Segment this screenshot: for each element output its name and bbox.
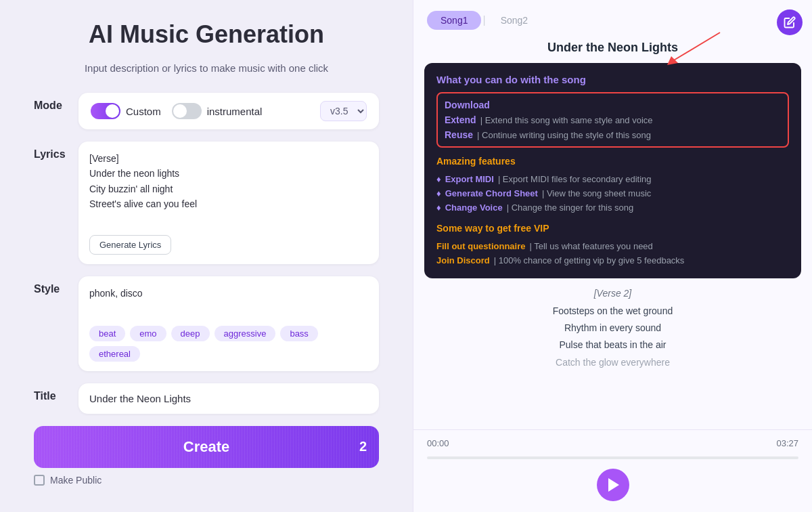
- export-midi-link[interactable]: Export MIDI: [445, 174, 494, 184]
- chord-sheet-link[interactable]: Generate Chord Sheet: [445, 188, 538, 198]
- mode-field-row: Mode Custom instrumental v3.5 v3.: [34, 93, 379, 129]
- verse-label: [Verse 2]: [427, 288, 798, 299]
- lyrics-display: [Verse 2] Footsteps on the wet ground Rh…: [413, 278, 812, 429]
- tag-emo[interactable]: emo: [130, 326, 166, 341]
- lyrics-line-2: Rhythm in every sound: [427, 320, 798, 337]
- instrumental-toggle-group: instrumental: [172, 103, 263, 119]
- extend-link[interactable]: Extend: [445, 114, 476, 125]
- questionnaire-link[interactable]: Fill out questionnaire: [436, 241, 525, 251]
- gem-icon-chord: ♦: [436, 188, 441, 198]
- time-current: 00:00: [427, 438, 449, 448]
- tag-deep[interactable]: deep: [171, 326, 210, 341]
- make-public-label: Make Public: [50, 475, 102, 486]
- app-subtitle: Input description or lyrics to make musi…: [34, 62, 379, 74]
- create-count-badge: 2: [359, 439, 367, 454]
- time-row: 00:00 03:27: [427, 438, 798, 448]
- tag-aggressive[interactable]: aggressive: [215, 326, 276, 341]
- tag-ethereal[interactable]: ethereal: [89, 346, 140, 362]
- mode-label: Mode: [34, 93, 68, 112]
- tag-bass[interactable]: bass: [280, 326, 317, 341]
- discord-link[interactable]: Join Discord: [436, 255, 490, 265]
- tab-song2[interactable]: Song2: [487, 11, 541, 30]
- title-input[interactable]: [78, 383, 379, 414]
- time-total: 03:27: [776, 438, 798, 448]
- title-field-row: Title: [34, 383, 379, 414]
- generate-lyrics-button[interactable]: Generate Lyrics: [89, 235, 171, 255]
- custom-toggle[interactable]: [91, 103, 120, 119]
- lyrics-box: [Verse] Under the neon lights City buzzi…: [78, 142, 379, 264]
- mode-container: Custom instrumental v3.5 v3.0: [78, 93, 379, 129]
- edit-icon-button[interactable]: [777, 9, 803, 35]
- reuse-link[interactable]: Reuse: [445, 129, 473, 140]
- action-extend: Extend | Extend this song with same styl…: [445, 112, 781, 127]
- questionnaire-desc: | Tell us what features you need: [529, 241, 652, 251]
- vip-section-title: Some way to get free VIP: [436, 223, 789, 234]
- download-link[interactable]: Download: [445, 100, 490, 110]
- action-reuse: Reuse | Continue writing using the style…: [445, 127, 781, 142]
- style-textarea[interactable]: phonk, disco: [89, 286, 368, 316]
- player-controls: [427, 469, 798, 501]
- tab-divider: |: [482, 14, 485, 26]
- change-voice-link[interactable]: Change Voice: [445, 202, 503, 213]
- change-voice-desc: | Change the singer for this song: [507, 202, 634, 213]
- lyrics-content: [Verse] Under the neon lights City buzzi…: [78, 142, 379, 264]
- feature-voice: ♦ Change Voice | Change the singer for t…: [436, 200, 789, 215]
- instrumental-toggle-knob: [173, 104, 187, 118]
- dropdown-overlay: What you can do with the song Download E…: [424, 63, 801, 278]
- lyrics-line-3: Pulse that beats in the air: [427, 337, 798, 354]
- style-field-row: Style phonk, disco beat emo deep aggress…: [34, 276, 379, 371]
- create-row: Create 2 Make Public: [34, 426, 379, 486]
- left-panel: AI Music Generation Input description or…: [0, 0, 413, 512]
- amazing-features-title: Amazing features: [436, 156, 789, 167]
- instrumental-toggle[interactable]: [172, 103, 202, 119]
- style-tags: beat emo deep aggressive bass ethereal: [89, 326, 368, 362]
- extend-desc: | Extend this song with same style and v…: [480, 115, 653, 125]
- style-label: Style: [34, 276, 68, 295]
- mode-content: Custom instrumental v3.5 v3.0: [78, 93, 379, 129]
- style-content: phonk, disco beat emo deep aggressive ba…: [78, 276, 379, 371]
- vip-discord: Join Discord | 100% chance of getting vi…: [436, 253, 789, 268]
- app-title: AI Music Generation: [34, 20, 379, 49]
- tab-bar: Song1 | Song2: [413, 0, 812, 37]
- tag-beat[interactable]: beat: [89, 326, 125, 341]
- custom-label: Custom: [126, 106, 161, 117]
- action-download: Download: [445, 98, 781, 112]
- progress-track[interactable]: [427, 456, 798, 459]
- export-midi-desc: | Export MIDI files for secondary editin…: [498, 174, 652, 184]
- lyrics-label: Lyrics: [34, 142, 68, 161]
- wave-decoration: [34, 426, 379, 468]
- gem-icon-voice: ♦: [436, 202, 441, 213]
- lyrics-textarea[interactable]: [Verse] Under the neon lights City buzzi…: [89, 151, 368, 227]
- action-box: Download Extend | Extend this song with …: [436, 92, 789, 148]
- instrumental-label: instrumental: [207, 106, 263, 117]
- lyrics-field-row: Lyrics [Verse] Under the neon lights Cit…: [34, 142, 379, 264]
- lyrics-line-4: Catch the glow everywhere: [427, 354, 798, 371]
- feature-chord: ♦ Generate Chord Sheet | View the song s…: [436, 186, 789, 200]
- discord-desc: | 100% chance of getting vip by give 5 f…: [494, 255, 685, 265]
- title-content: [78, 383, 379, 414]
- what-you-can-title: What you can do with the song: [436, 74, 789, 85]
- lyrics-line-1: Footsteps on the wet ground: [427, 303, 798, 320]
- make-public-checkbox[interactable]: [34, 475, 45, 486]
- make-public-row: Make Public: [34, 475, 379, 486]
- tab-song1[interactable]: Song1: [427, 11, 481, 30]
- custom-toggle-knob: [106, 104, 119, 118]
- gem-icon-midi: ♦: [436, 174, 441, 184]
- player-bar: 00:00 03:27: [413, 429, 812, 512]
- version-select[interactable]: v3.5 v3.0: [320, 101, 367, 121]
- song-title: Under the Neon Lights: [413, 37, 812, 63]
- feature-midi: ♦ Export MIDI | Export MIDI files for se…: [436, 172, 789, 186]
- edit-icon: [784, 16, 796, 28]
- play-button[interactable]: [597, 469, 629, 501]
- vip-questionnaire: Fill out questionnaire | Tell us what fe…: [436, 239, 789, 253]
- style-box: phonk, disco beat emo deep aggressive ba…: [78, 276, 379, 371]
- right-panel: Song1 | Song2 Under the Neon Lights What…: [413, 0, 812, 512]
- chord-sheet-desc: | View the song sheet music: [542, 188, 651, 198]
- custom-toggle-group: Custom: [91, 103, 161, 119]
- title-label: Title: [34, 383, 68, 402]
- reuse-desc: | Continue writing using the style of th…: [477, 130, 651, 140]
- play-icon: [608, 478, 619, 492]
- create-button[interactable]: Create 2: [34, 426, 379, 468]
